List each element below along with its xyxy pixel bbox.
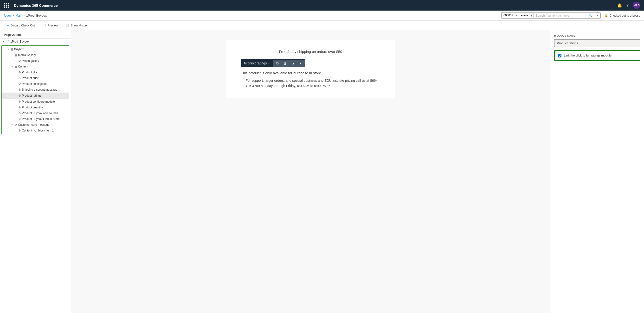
main-layout: Page Outline ▾ 📄 1Prod_Buybox ▾ ▦ Buybox… (0, 30, 644, 313)
tree-label-add-to-cart: Product Buybox Add To Cart (22, 112, 67, 115)
tree-item-buybox[interactable]: ▾ ▦ Buybox (2, 46, 69, 52)
tree-item-add-to-cart[interactable]: ⚙ Product Buybox Add To Cart (2, 110, 69, 116)
breadcrumb-fedev[interactable]: fedev (4, 14, 12, 17)
breadcrumb-row: fedev › Main › 1Prod_Buybox 000037 en-us… (0, 10, 644, 21)
tree-label-content-rich: Content rich block item 1 (22, 129, 67, 132)
tree-label-product-configure: Product configure module (22, 100, 67, 103)
tree-label-media-gallery: Media Gallery (18, 53, 67, 57)
settings-icon-customer-care: ⚙ (14, 123, 17, 126)
discard-checkout-button[interactable]: ↩ Discard Check Out (4, 22, 38, 28)
checkout-info: 🔒 Checked out to drbesse (604, 14, 640, 17)
tree-item-media-gallery[interactable]: ▾ ▦ Media Gallery (2, 52, 69, 58)
search-dropdown-button[interactable]: ▾ (595, 13, 600, 18)
tree-label-product-quantity: Product quantity (22, 106, 67, 109)
preview-icon: 📄 (42, 24, 46, 27)
tree-item-product-configure[interactable]: ⚙ Product configure module (2, 99, 69, 105)
module-icon-content: ▦ (14, 65, 17, 68)
tree-item-product-ratings[interactable]: ⚙ Product ratings ··· (2, 93, 69, 99)
canvas-content: Free 2-day shipping on orders over $50 P… (226, 40, 395, 98)
search-group: 000037 en-us 🔍 ▾ (501, 12, 601, 18)
tree-item-content-rich[interactable]: ⚙ Content rich block item 1 (2, 128, 69, 133)
tree-item-content[interactable]: ▾ ▦ Content (2, 64, 69, 69)
preview-button[interactable]: 📄 Preview (40, 22, 61, 28)
module-name-input[interactable] (554, 39, 640, 47)
outline-header: Page Outline (0, 30, 71, 39)
breadcrumb-page: 1Prod_Buybox (26, 14, 47, 17)
settings-icon-add-to-cart: ⚙ (18, 112, 21, 115)
more-options-button[interactable]: ··· (62, 94, 67, 98)
settings-icon-product-description: ⚙ (18, 82, 21, 86)
tree-label-product-price: Product price (22, 76, 67, 80)
lang-select[interactable]: en-us (519, 13, 534, 18)
chevron-buybox: ▾ (7, 48, 10, 50)
checkbox-label: Link the click to full ratings module (564, 54, 612, 57)
sidebar-green-section: ▾ ▦ Buybox ▾ ▦ Media Gallery ⚙ Media gal… (2, 45, 69, 134)
id-select[interactable]: 000037 (502, 13, 519, 18)
tree-item-product-price[interactable]: ⚙ Product price (2, 75, 69, 81)
search-button[interactable]: 🔍 (587, 13, 595, 18)
tree-label-find-in-store: Product Buybox Find In Store (22, 117, 67, 121)
shipping-message: Free 2-day shipping on orders over $50 (241, 49, 380, 54)
breadcrumb-main[interactable]: Main (16, 14, 22, 17)
tree-label-shipping-discount: Shipping discount message (22, 88, 67, 91)
module-name-label: MODULE NAME (554, 34, 640, 37)
chevron-media-gallery: ▾ (10, 54, 14, 56)
history-icon: 🕐 (66, 24, 69, 27)
tree-label-buybox: Buybox (14, 48, 67, 51)
tree-label-product-title: Product title (22, 71, 67, 74)
chevron-customer-care: ▾ (10, 124, 14, 126)
tree-item-shipping-discount[interactable]: › ⚙ Shipping discount message (2, 87, 69, 93)
page-icon: 📄 (6, 40, 10, 43)
move-down-button[interactable]: ▾ (298, 60, 304, 67)
ratings-dropdown-arrow[interactable]: ▾ (268, 62, 270, 65)
search-input[interactable] (534, 13, 587, 18)
tree-item-root[interactable]: ▾ 📄 1Prod_Buybox (0, 39, 71, 44)
module-icon-media-gallery: ▦ (14, 53, 17, 57)
right-panel: MODULE NAME Link the click to full ratin… (550, 30, 644, 313)
app-title: Dynamics 365 Commerce (14, 3, 614, 7)
show-history-button[interactable]: 🕐 Show History (62, 22, 90, 28)
sidebar: Page Outline ▾ 📄 1Prod_Buybox ▾ ▦ Buybox… (0, 30, 71, 313)
settings-icon-product-quantity: ⚙ (18, 106, 21, 109)
duplicate-button[interactable]: ⧉ (274, 60, 281, 67)
tree-label-root: 1Prod_Buybox (10, 40, 69, 43)
module-icon-buybox: ▦ (10, 48, 13, 51)
tree-item-product-quantity[interactable]: ⚙ Product quantity (2, 105, 69, 110)
canvas: Free 2-day shipping on orders over $50 P… (71, 30, 550, 313)
help-icon[interactable]: ? (626, 3, 628, 7)
chevron-shipping-discount: › (14, 88, 17, 91)
tree-label-content: Content (18, 65, 67, 68)
available-message: This product is only available for purch… (241, 71, 380, 75)
app-grid-icon[interactable] (4, 3, 9, 8)
ratings-actions: ⧉ 🗑 ▲ ▾ (273, 60, 305, 67)
action-bar: ↩ Discard Check Out 📄 Preview 🕐 Show His… (0, 21, 644, 30)
delete-button[interactable]: 🗑 (281, 60, 289, 67)
lock-icon: 🔒 (604, 14, 608, 17)
tree-label-media-gallery-item: Media gallery (22, 59, 67, 62)
settings-icon-product-ratings: ⚙ (18, 94, 21, 97)
tree-item-customer-care[interactable]: ▾ ⚙ Customer care message (2, 122, 69, 128)
notification-icon[interactable]: 🔔 (617, 3, 622, 8)
settings-icon-find-in-store: ⚙ (18, 117, 21, 121)
move-up-button[interactable]: ▲ (289, 60, 298, 67)
settings-icon-shipping-discount: ⚙ (18, 88, 21, 91)
topbar: Dynamics 365 Commerce 🔔 ? MRG (0, 0, 644, 10)
ratings-label: Product ratings ▾ (241, 59, 273, 67)
chevron-content: ▾ (10, 65, 14, 68)
tree-item-find-in-store[interactable]: › ⚙ Product Buybox Find In Store (2, 116, 69, 122)
support-message: For support, larger orders, and special … (241, 78, 380, 89)
tree-label-product-description: Product description (22, 82, 67, 86)
tree-item-product-description[interactable]: ⚙ Product description (2, 81, 69, 87)
tree-item-media-gallery-item[interactable]: ⚙ Media gallery (2, 58, 69, 64)
tree-label-customer-care: Customer care message (18, 123, 67, 126)
product-ratings-bar: Product ratings ▾ ⧉ 🗑 ▲ ▾ (241, 59, 305, 67)
link-ratings-checkbox[interactable] (558, 54, 562, 57)
chevron-find-in-store: › (14, 118, 17, 120)
settings-icon-product-configure: ⚙ (18, 100, 21, 103)
checkbox-row: Link the click to full ratings module (554, 50, 640, 61)
tree-item-product-title[interactable]: ⚙ Product title (2, 69, 69, 75)
chevron-root: ▾ (2, 40, 5, 43)
settings-icon-content-rich: ⚙ (18, 129, 21, 132)
tree-label-product-ratings: Product ratings (22, 94, 61, 97)
avatar[interactable]: MRG (633, 2, 640, 9)
